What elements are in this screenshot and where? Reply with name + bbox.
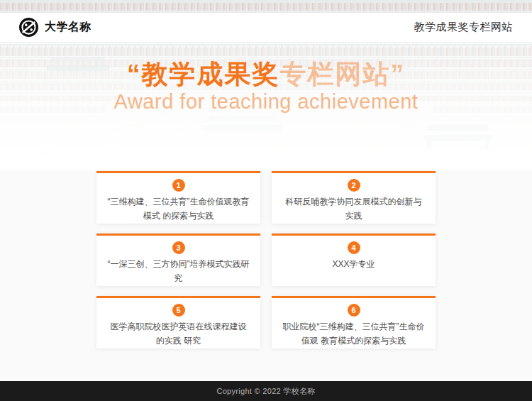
hero-title-strong: “教学成果奖 xyxy=(127,60,280,89)
card-title: “一深三创、三方协同”培养模式实践研 究 xyxy=(96,257,260,285)
card-number-badge: 3 xyxy=(172,241,185,254)
card-number-badge: 4 xyxy=(348,241,360,254)
card-title: XXX学专业 xyxy=(272,257,436,271)
hero-title-light: 专栏网站” xyxy=(280,60,406,89)
achievement-card-2[interactable]: 2 科研反哺教学协同发展模式的创新与实践 xyxy=(272,171,436,224)
achievement-card-grid: 1 “三维构建、三位共育”生命价值观教育模式 的探索与实践 2 科研反哺教学协同… xyxy=(96,171,436,348)
card-number-badge: 1 xyxy=(172,179,185,192)
university-logo[interactable]: 大学名称 xyxy=(19,18,92,37)
achievement-card-1[interactable]: 1 “三维构建、三位共育”生命价值观教育模式 的探索与实践 xyxy=(96,171,260,224)
achievement-card-6[interactable]: 6 职业院校“三维构建、三位共育”生命价值观 教育模式的探索与实践 xyxy=(272,296,436,348)
hero-title: “教学成果奖专栏网站” xyxy=(0,60,532,89)
card-title: 职业院校“三维构建、三位共育”生命价值观 教育模式的探索与实践 xyxy=(272,319,436,348)
university-name: 大学名称 xyxy=(45,20,92,35)
site-title: 教学成果奖专栏网站 xyxy=(414,21,514,34)
card-title: 科研反哺教学协同发展模式的创新与实践 xyxy=(272,194,436,223)
hero-section: “教学成果奖专栏网站” Award for teaching achieveme… xyxy=(0,60,532,114)
card-number-badge: 2 xyxy=(348,179,360,192)
university-emblem-icon xyxy=(19,18,38,37)
card-number-badge: 5 xyxy=(172,304,185,317)
hero-subtitle: Award for teaching achievement xyxy=(0,90,532,114)
footer: Copyright © 2022 学校名称 xyxy=(0,381,532,401)
card-title: “三维构建、三位共育”生命价值观教育模式 的探索与实践 xyxy=(96,194,260,223)
copyright-text: Copyright © 2022 学校名称 xyxy=(216,386,315,397)
achievement-card-4[interactable]: 4 XXX学专业 xyxy=(272,234,436,286)
header: 大学名称 教学成果奖专栏网站 xyxy=(0,13,532,43)
achievement-card-5[interactable]: 5 医学高职院校医护英语在线课程建设的实践 研究 xyxy=(96,296,260,348)
card-number-badge: 6 xyxy=(348,304,360,317)
card-title: 医学高职院校医护英语在线课程建设的实践 研究 xyxy=(96,319,260,348)
achievement-card-3[interactable]: 3 “一深三创、三方协同”培养模式实践研 究 xyxy=(96,234,260,286)
